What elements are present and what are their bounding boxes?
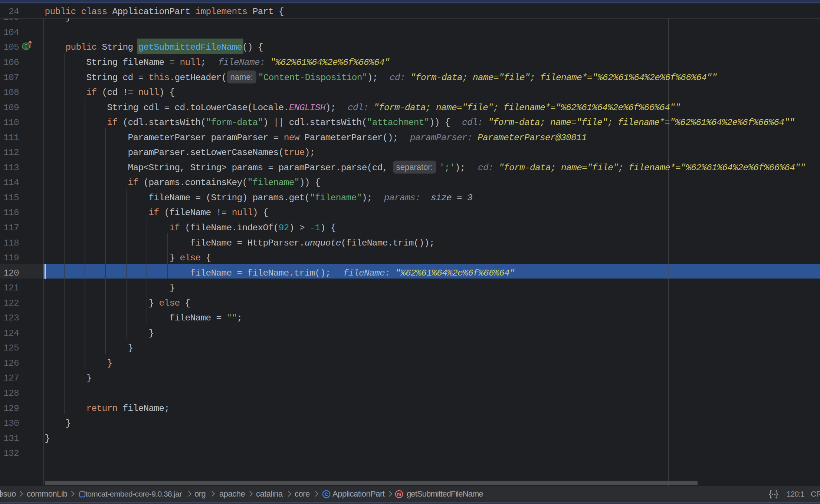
svg-text:C: C xyxy=(325,491,328,497)
svg-text:m: m xyxy=(397,492,401,497)
